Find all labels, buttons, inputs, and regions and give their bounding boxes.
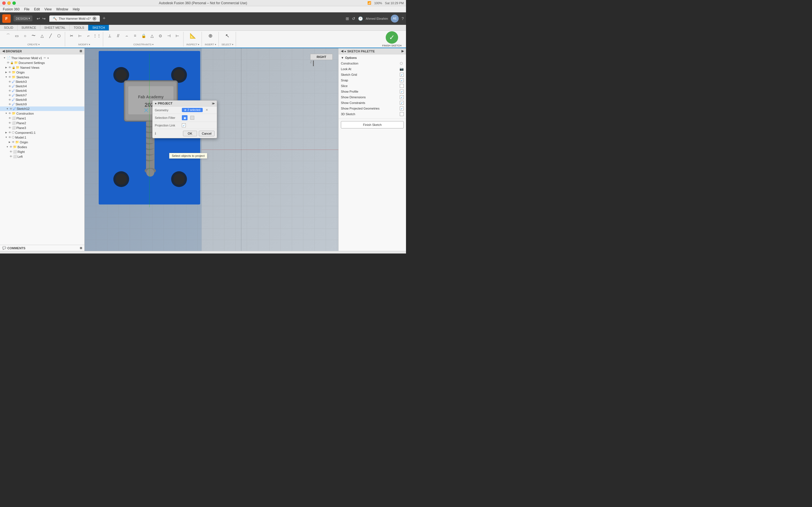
look-at-icon[interactable]: 📷 [400, 67, 404, 71]
tree-item-bodies[interactable]: ▼ 👁 📁 Bodies [0, 145, 84, 149]
tab-sheetmetal[interactable]: SHEET METAL [40, 25, 70, 31]
filter-checkbox[interactable] [190, 116, 194, 120]
eye-icon-plane1[interactable]: 👁 [8, 117, 11, 120]
tree-item-right-body[interactable]: 👁 ⬜ Right [0, 149, 84, 154]
tree-item-construction[interactable]: ▼ 👁 📁 Construction [0, 111, 84, 116]
eye-icon-sketch8[interactable]: 👁 [8, 98, 11, 101]
design-mode-button[interactable]: DESIGN ▾ [13, 15, 33, 21]
eye-icon-sketch6[interactable]: 👁 [8, 89, 11, 93]
ok-button[interactable]: OK [183, 131, 197, 136]
tree-item-root[interactable]: ▼ 📄 Thor Hammer Mold v1 ✏ ● [0, 55, 84, 60]
eye-icon-model1[interactable]: 👁 [8, 136, 11, 139]
triangle-icon[interactable]: △ [38, 33, 46, 39]
snap-checkbox[interactable] [400, 78, 404, 82]
expand-arrow-component1[interactable]: ▶ [4, 131, 8, 134]
menu-fusion360[interactable]: Fusion 360 [3, 7, 19, 11]
eye-icon-right-body[interactable]: 👁 [10, 150, 12, 153]
tree-item-plane1[interactable]: 👁 ⬜ Plane1 [0, 116, 84, 121]
cancel-button[interactable]: Cancel [199, 131, 214, 136]
eye-icon-origin2[interactable]: 👁 [12, 140, 15, 144]
slice-checkbox[interactable] [400, 84, 404, 88]
horizontal-icon[interactable]: ⊣ [165, 33, 172, 39]
tangent-icon[interactable]: ⌢ [123, 33, 130, 39]
eye-icon-sketch3[interactable]: 👁 [8, 80, 11, 83]
lock-icon[interactable]: 🔒 [140, 33, 147, 39]
eye-icon-sketches[interactable]: 👁 [8, 75, 11, 78]
filter-btn-face[interactable]: ▣ [182, 115, 188, 120]
select-icon[interactable]: ↖ [224, 33, 231, 39]
tree-item-sketch7[interactable]: 👁 🖊 Sketch7 [0, 93, 84, 98]
browser-expand-icon[interactable]: ⊞ [80, 49, 82, 53]
new-tab-button[interactable]: + [103, 15, 106, 21]
tree-item-doc-settings[interactable]: 👁 🔒 📁 Document Settings [0, 60, 84, 65]
pattern-icon[interactable]: ⋮⋮ [93, 33, 101, 39]
eye-icon-origin[interactable]: 👁 [8, 71, 11, 74]
geometry-badge[interactable]: ⊕ 2 selected [182, 108, 203, 112]
trim-icon[interactable]: ✂ [68, 33, 75, 39]
eye-icon-bodies[interactable]: 👁 [10, 145, 12, 149]
undo-button[interactable]: ↩ [36, 15, 41, 22]
window-controls[interactable] [2, 1, 16, 5]
palette-collapse-left[interactable]: ◀ [341, 49, 343, 53]
document-tab[interactable]: 🔨 Thor Hammer Mold v1* ✕ [49, 15, 100, 22]
tree-item-plane3[interactable]: 👁 ⬜ Plane3 [0, 125, 84, 130]
tree-item-model1[interactable]: ▼ 👁 ⬡ Model:1 [0, 135, 84, 140]
viewport[interactable]: Fab Academy 2020 [85, 48, 338, 251]
collinear-icon[interactable]: // [114, 33, 122, 39]
tree-item-sketch12[interactable]: ▼ 👁 🖊 Sketch12 [0, 107, 84, 111]
root-edit-icon[interactable]: ✏ [44, 56, 46, 59]
show-profile-checkbox[interactable] [400, 90, 404, 94]
eye-icon-left-body[interactable]: 👁 [10, 155, 12, 158]
coincident-icon[interactable]: ⊥ [106, 33, 113, 39]
concentric-icon[interactable]: ⊙ [157, 33, 164, 39]
break-icon[interactable]: ⊢ [77, 33, 84, 39]
finish-sketch-button[interactable]: ✓ [386, 31, 398, 44]
show-dimensions-checkbox[interactable] [400, 95, 404, 99]
show-constraints-checkbox[interactable] [400, 101, 404, 105]
user-avatar[interactable]: AE [391, 15, 399, 22]
arc-icon[interactable]: ⌒ [4, 33, 12, 39]
menu-file[interactable]: File [24, 7, 29, 11]
eye-icon-sketch4[interactable]: 👁 [8, 85, 11, 88]
finish-sketch-palette-button[interactable]: Finish Sketch [341, 121, 404, 128]
project-dialog-expand[interactable]: ≫ [212, 102, 214, 105]
geometry-clear-icon[interactable]: ✕ [206, 108, 208, 112]
line-icon[interactable]: ╱ [47, 33, 54, 39]
minimize-button[interactable] [7, 1, 11, 5]
view-cube[interactable]: RIGHT Z [310, 54, 333, 71]
tree-item-origin[interactable]: ▶ 👁 📁 Origin [0, 70, 84, 75]
tree-item-sketches[interactable]: ▼ 👁 📁 Sketches [0, 75, 84, 79]
eye-icon[interactable]: 👁 [7, 61, 10, 64]
refresh-icon[interactable]: ↺ [352, 16, 355, 21]
menu-window[interactable]: Window [56, 7, 68, 11]
grid-icon[interactable]: ⊞ [346, 16, 349, 21]
eye-icon-sketch12[interactable]: 👁 [10, 107, 12, 110]
measure-icon[interactable]: 📐 [189, 33, 197, 39]
midpoint-icon[interactable]: △ [148, 33, 156, 39]
browser-collapse-icon[interactable]: ◀ [2, 49, 4, 53]
perpendicular-icon[interactable]: ⊢ [174, 33, 181, 39]
eye-icon-sketch7[interactable]: 👁 [8, 94, 11, 97]
eye-icon-construction[interactable]: 👁 [8, 112, 11, 115]
rect-icon[interactable]: ▭ [13, 33, 20, 39]
tab-tools[interactable]: TOOLS [70, 25, 88, 31]
menu-help[interactable]: Help [73, 7, 80, 11]
expand-arrow-sketches[interactable]: ▼ [4, 75, 8, 79]
help-icon[interactable]: ? [402, 16, 404, 21]
tree-item-left-body[interactable]: 👁 ⬜ Left [0, 154, 84, 159]
circle-icon[interactable]: ○ [21, 33, 29, 39]
maximize-button[interactable] [12, 1, 16, 5]
expand-arrow-origin2[interactable]: ▶ [8, 140, 11, 144]
offset-icon[interactable]: ⬡ [55, 33, 63, 39]
construction-arrow-icon[interactable]: ⬡ [400, 61, 403, 65]
tab-solid[interactable]: SOLID [0, 25, 17, 31]
insert-icon[interactable]: ⊕ [207, 33, 214, 39]
eye-icon-plane2[interactable]: 👁 [8, 121, 11, 124]
spline-icon[interactable]: 〜 [30, 33, 37, 39]
root-more-icon[interactable]: ● [47, 56, 49, 59]
expand-arrow-construction[interactable]: ▼ [4, 112, 8, 115]
tree-item-sketch9[interactable]: 👁 🖊 Sketch9 [0, 102, 84, 107]
expand-arrow-origin[interactable]: ▶ [4, 71, 8, 74]
eye-icon-named-views[interactable]: 👁 [8, 66, 11, 69]
projection-link-checkbox[interactable] [182, 123, 186, 127]
